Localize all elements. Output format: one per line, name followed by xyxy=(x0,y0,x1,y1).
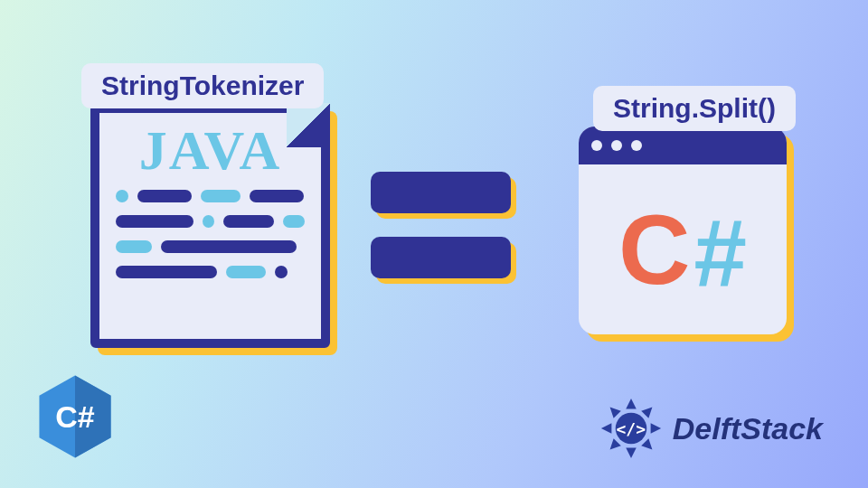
csharp-letter: C xyxy=(618,200,690,299)
page-fold-icon xyxy=(287,103,331,147)
csharp-panel: C # xyxy=(579,127,787,334)
delftstack-name: DelftStack xyxy=(673,411,823,446)
delftstack-logo-icon: </> xyxy=(599,396,664,461)
java-page: JAVA xyxy=(90,104,330,348)
label-stringtokenizer: StringTokenizer xyxy=(81,63,324,108)
csharp-hex-logo-icon: C# xyxy=(36,372,114,461)
label-string-split: String.Split() xyxy=(593,86,796,131)
java-title: JAVA xyxy=(99,118,321,183)
delftstack-code-glyph: </> xyxy=(599,396,664,461)
code-lines-icon xyxy=(99,183,321,278)
csharp-glyph: C # xyxy=(579,164,787,334)
java-document-card: JAVA xyxy=(90,104,330,348)
csharp-window-card: C # xyxy=(579,127,787,334)
csharp-hex-text: C# xyxy=(36,372,114,461)
equals-icon xyxy=(371,172,511,278)
csharp-hash: # xyxy=(694,206,747,301)
delftstack-brand: </> DelftStack xyxy=(599,396,823,461)
window-titlebar-icon xyxy=(579,127,787,164)
